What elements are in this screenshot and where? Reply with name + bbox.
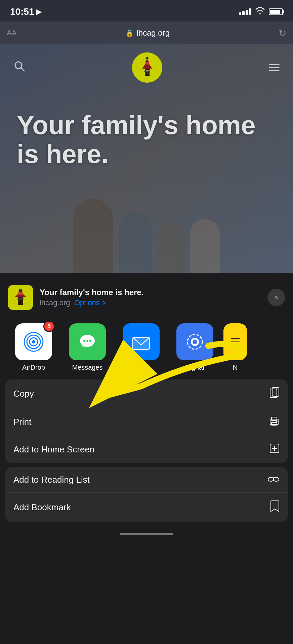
share-actions-2: Add to Reading List Add Bookmark	[5, 467, 288, 522]
lock-icon: 🔒	[125, 29, 134, 37]
status-bar: 10:51 ▶	[0, 0, 293, 22]
airdrop-icon: 5	[15, 323, 52, 360]
home-indicator	[0, 527, 293, 541]
svg-rect-17	[17, 298, 24, 299]
reload-button[interactable]: ↻	[279, 28, 286, 39]
add-home-screen-action[interactable]: Add to Home Screen	[5, 436, 288, 463]
svg-rect-2	[145, 69, 150, 76]
airdrop-label: AirDrop	[22, 364, 45, 371]
hero-text: Your family's home is here.	[0, 91, 293, 189]
reading-list-icon	[267, 475, 280, 485]
site-logo	[132, 52, 162, 83]
share-page-domain: lhcag.org	[40, 298, 70, 307]
notes-icon	[223, 323, 247, 360]
share-app-airdrop[interactable]: 5 AirDrop	[7, 323, 60, 371]
svg-point-25	[86, 340, 88, 342]
share-page-title: Your family's home is here.	[40, 288, 261, 297]
svg-point-26	[89, 340, 91, 342]
print-label: Print	[13, 417, 31, 427]
nav-menu-icon[interactable]	[269, 64, 280, 71]
share-app-notes[interactable]: N	[222, 323, 249, 371]
add-home-screen-label: Add to Home Screen	[13, 444, 94, 455]
share-page-icon	[8, 285, 33, 310]
battery-icon	[269, 8, 283, 15]
svg-point-24	[83, 340, 85, 342]
website-hero: Your family's home is here.	[0, 44, 293, 273]
add-home-screen-icon	[269, 443, 280, 456]
print-action[interactable]: Print	[5, 408, 288, 436]
share-header: Your family's home is here. lhcag.org Op…	[0, 280, 293, 315]
url-display[interactable]: 🔒 lhcag.org	[125, 28, 170, 38]
svg-rect-12	[18, 297, 23, 305]
add-reading-list-action[interactable]: Add to Reading List	[5, 467, 288, 492]
airdrop-badge: 5	[43, 321, 55, 332]
share-app-mail[interactable]: Mail	[114, 323, 168, 371]
svg-point-30	[193, 339, 197, 344]
copy-action[interactable]: Copy	[5, 379, 288, 408]
signal-bars	[239, 8, 251, 15]
share-apps-row: 5 AirDrop Messages	[0, 315, 293, 377]
nav-search-icon[interactable]	[13, 60, 26, 75]
svg-point-45	[268, 477, 274, 481]
svg-point-21	[32, 340, 35, 344]
svg-rect-5	[146, 58, 148, 62]
website-nav	[0, 44, 293, 91]
close-button[interactable]: ×	[267, 289, 285, 306]
share-app-signal[interactable]: Signal	[168, 323, 222, 371]
share-actions-1: Copy Print	[5, 379, 288, 463]
mail-icon	[123, 323, 160, 360]
text-size-control[interactable]: AA	[7, 29, 16, 37]
notes-label: N	[233, 364, 238, 371]
location-icon: ▶	[36, 8, 41, 16]
messages-label: Messages	[72, 364, 102, 371]
status-icons	[239, 7, 283, 16]
svg-rect-9	[145, 73, 149, 74]
signal-icon	[176, 323, 213, 360]
time-display: 10:51	[10, 6, 34, 17]
home-bar	[120, 533, 173, 535]
svg-point-40	[276, 420, 278, 422]
bookmark-icon	[270, 500, 280, 515]
messages-icon	[69, 323, 106, 360]
add-bookmark-action[interactable]: Add Bookmark	[5, 492, 288, 522]
share-actions-group: Copy Print	[0, 379, 293, 463]
status-time: 10:51 ▶	[10, 6, 41, 17]
svg-point-46	[274, 477, 279, 481]
svg-rect-8	[146, 70, 149, 71]
mail-label: Mail	[135, 364, 148, 371]
address-bar[interactable]: AA 🔒 lhcag.org ↻	[0, 22, 293, 44]
share-app-messages[interactable]: Messages	[60, 323, 114, 371]
url-text: lhcag.org	[136, 28, 170, 38]
svg-line-1	[21, 68, 24, 71]
wifi-icon	[255, 7, 265, 16]
signal-label: Signal	[185, 364, 204, 371]
add-bookmark-label: Add Bookmark	[13, 502, 71, 513]
add-reading-list-label: Add to Reading List	[13, 475, 90, 485]
options-button[interactable]: Options >	[74, 298, 106, 307]
svg-marker-16	[18, 289, 23, 290]
share-sheet: Your family's home is here. lhcag.org Op…	[0, 273, 293, 541]
share-page-info: Your family's home is here. lhcag.org Op…	[40, 288, 261, 307]
copy-icon	[269, 387, 280, 401]
copy-label: Copy	[13, 389, 34, 399]
svg-marker-6	[145, 56, 149, 58]
print-icon	[269, 416, 280, 428]
